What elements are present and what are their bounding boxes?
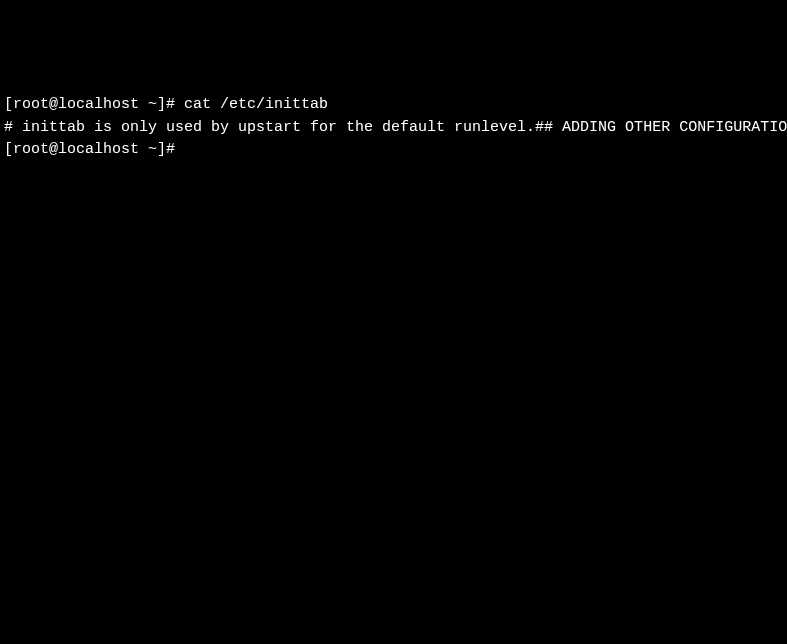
- prompt-user-host: root@localhost ~: [13, 96, 157, 113]
- file-line: # ADDING OTHER CONFIGURATION HERE WILL H…: [544, 119, 787, 136]
- command-text: cat /etc/inittab: [184, 96, 328, 113]
- bracket-close: ]#: [157, 141, 184, 158]
- terminal-output[interactable]: [root@localhost ~]# cat /etc/inittab# in…: [4, 94, 783, 162]
- bracket-close: ]#: [157, 96, 184, 113]
- file-line: # inittab is only used by upstart for th…: [4, 119, 535, 136]
- prompt-line-1: [root@localhost ~]# cat /etc/inittab: [4, 94, 783, 117]
- prompt-user-host: root@localhost ~: [13, 141, 157, 158]
- bracket-open: [: [4, 141, 13, 158]
- file-line: #: [535, 119, 544, 136]
- prompt-line-2[interactable]: [root@localhost ~]#: [4, 139, 783, 162]
- bracket-open: [: [4, 96, 13, 113]
